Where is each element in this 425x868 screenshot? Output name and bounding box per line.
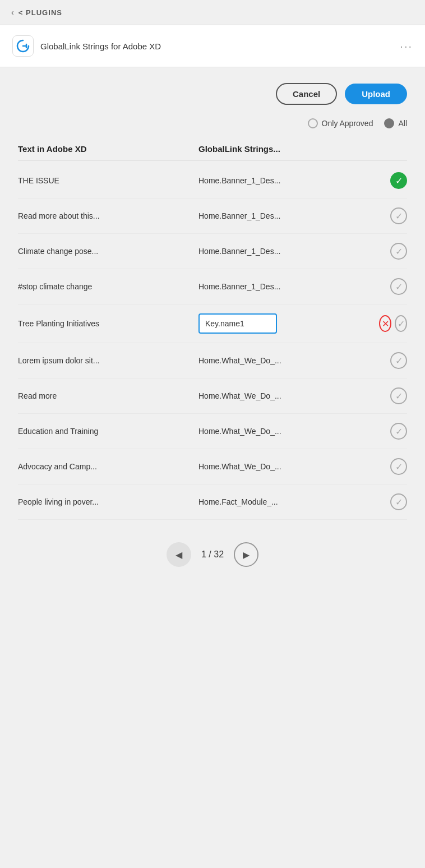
row-action: ✓: [379, 207, 407, 224]
more-options-button[interactable]: ···: [400, 40, 413, 53]
row-action: ✓: [379, 387, 407, 404]
col-header-string: GlobalLink Strings...: [198, 144, 379, 154]
cancel-button[interactable]: Cancel: [276, 83, 337, 105]
row-action: ✓: [379, 423, 407, 440]
upload-button[interactable]: Upload: [345, 84, 407, 104]
strings-table: Text in Adobe XD GlobalLink Strings... T…: [18, 144, 407, 520]
row-text: #stop climate change: [18, 282, 198, 291]
row-action: ✓: [379, 493, 407, 510]
plugin-header: GlobalLink Strings for Adobe XD ···: [0, 25, 425, 67]
row-string: Home.What_We_Do_...: [198, 356, 379, 365]
row-text: Advocacy and Camp...: [18, 462, 198, 471]
filter-all[interactable]: All: [384, 118, 407, 128]
check-icon: ✓: [390, 493, 407, 510]
table-row: #stop climate change Home.Banner_1_Des..…: [18, 269, 407, 304]
row-action-dual: ✕ ✓: [379, 315, 407, 332]
row-text: Tree Planting Initiatives: [18, 319, 198, 328]
row-action: ✓: [379, 278, 407, 295]
radio-all[interactable]: [384, 118, 394, 128]
pagination: ◀ 1 / 32 ▶: [18, 542, 407, 584]
back-button[interactable]: ‹: [11, 8, 14, 17]
next-page-button[interactable]: ▶: [234, 542, 258, 567]
filter-only-approved[interactable]: Only Approved: [308, 118, 373, 128]
plugin-logo-area: GlobalLink Strings for Adobe XD: [12, 35, 161, 57]
string-key-input[interactable]: [198, 313, 277, 334]
table-row: Read more about this... Home.Banner_1_De…: [18, 198, 407, 234]
table-row: Tree Planting Initiatives ✕ ✓: [18, 304, 407, 343]
row-string-editable: [198, 313, 379, 334]
radio-only-approved[interactable]: [308, 118, 318, 128]
row-text: People living in pover...: [18, 497, 198, 506]
col-header-text: Text in Adobe XD: [18, 144, 198, 154]
plugin-name: GlobalLink Strings for Adobe XD: [40, 41, 161, 51]
nav-title: < PLUGINS: [19, 8, 62, 17]
row-string: Home.Banner_1_Des...: [198, 247, 379, 256]
table-row: Climate change pose... Home.Banner_1_Des…: [18, 234, 407, 269]
row-text: Read more: [18, 391, 198, 400]
total-pages: 32: [214, 550, 224, 559]
row-action: ✓: [379, 458, 407, 475]
table-row: People living in pover... Home.Fact_Modu…: [18, 484, 407, 520]
table-row: THE ISSUE Home.Banner_1_Des... ✓: [18, 163, 407, 198]
filter-only-approved-label: Only Approved: [322, 119, 373, 128]
current-page: 1: [201, 550, 206, 559]
row-string: Home.What_We_Do_...: [198, 427, 379, 436]
page-separator: /: [209, 550, 211, 559]
row-text: Education and Training: [18, 427, 198, 436]
check-approved-icon: ✓: [390, 172, 407, 189]
row-string: Home.What_We_Do_...: [198, 462, 379, 471]
row-text: Lorem ipsum dolor sit...: [18, 356, 198, 365]
row-action: ✓: [379, 352, 407, 369]
plugin-logo: [12, 35, 34, 57]
action-row: Cancel Upload: [18, 83, 407, 105]
table-row: Read more Home.What_We_Do_... ✓: [18, 378, 407, 414]
filter-all-label: All: [398, 119, 407, 128]
row-text: Climate change pose...: [18, 247, 198, 256]
check-icon: ✓: [390, 352, 407, 369]
prev-page-button[interactable]: ◀: [167, 542, 191, 567]
check-icon: ✓: [390, 423, 407, 440]
check-icon: ✓: [390, 243, 407, 260]
main-content: Cancel Upload Only Approved All Text in …: [0, 67, 425, 599]
row-text: THE ISSUE: [18, 176, 198, 185]
table-row: Advocacy and Camp... Home.What_We_Do_...…: [18, 449, 407, 484]
row-string: Home.What_We_Do_...: [198, 391, 379, 400]
filter-row: Only Approved All: [18, 118, 407, 128]
check-icon: ✓: [390, 458, 407, 475]
check-icon[interactable]: ✓: [395, 315, 407, 332]
row-string: Home.Banner_1_Des...: [198, 211, 379, 220]
page-info: 1 / 32: [201, 550, 224, 560]
table-row: Education and Training Home.What_We_Do_.…: [18, 414, 407, 449]
row-string: Home.Banner_1_Des...: [198, 282, 379, 291]
check-icon: ✓: [390, 387, 407, 404]
table-header: Text in Adobe XD GlobalLink Strings...: [18, 144, 407, 161]
row-action: ✓: [379, 243, 407, 260]
row-action: ✓: [379, 172, 407, 189]
check-icon: ✓: [390, 278, 407, 295]
table-row: Lorem ipsum dolor sit... Home.What_We_Do…: [18, 343, 407, 378]
top-nav: ‹ < PLUGINS: [0, 0, 425, 25]
row-text: Read more about this...: [18, 211, 198, 220]
reject-icon[interactable]: ✕: [379, 315, 391, 332]
row-string: Home.Banner_1_Des...: [198, 176, 379, 185]
check-icon: ✓: [390, 207, 407, 224]
row-string: Home.Fact_Module_...: [198, 497, 379, 506]
